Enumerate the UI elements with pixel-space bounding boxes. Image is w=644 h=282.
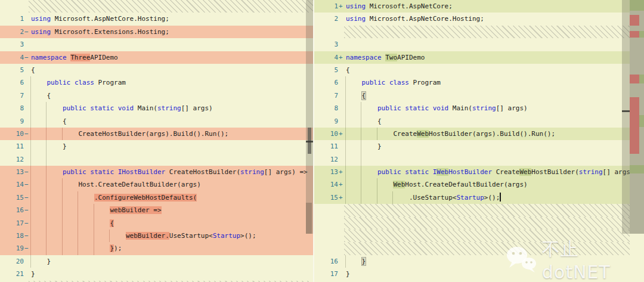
code-line[interactable]: 21} — [0, 268, 313, 280]
code-line[interactable]: 1using Microsoft.AspNetCore.Hosting; — [0, 13, 313, 25]
line-number[interactable]: 6 — [314, 76, 338, 89]
line-number[interactable]: 8 — [314, 102, 338, 114]
code-line[interactable]: 17− { — [0, 217, 313, 230]
diff-left-pane[interactable]: 1using Microsoft.AspNetCore.Hosting;2−us… — [0, 0, 313, 282]
ruler-deletion-marker[interactable] — [630, 31, 639, 38]
code-line[interactable]: 14+ WebHost.CreateDefaultBuilder(args) — [314, 178, 630, 191]
line-number[interactable]: 17 — [314, 268, 338, 280]
right-scrollbar[interactable] — [622, 0, 630, 234]
line-number[interactable]: 9 — [314, 115, 338, 128]
line-number[interactable]: 16 — [314, 255, 338, 268]
line-number[interactable]: 1 — [314, 0, 338, 13]
deleted-line-sign: − — [24, 217, 30, 230]
code-line[interactable]: 4+namespace TwoAPIDemo — [314, 51, 630, 64]
line-number[interactable]: 3 — [0, 38, 24, 51]
line-number[interactable]: 2 — [314, 13, 338, 25]
line-number[interactable]: 18 — [0, 230, 24, 242]
line-number[interactable]: 11 — [314, 140, 338, 153]
line-number[interactable]: 10 — [0, 128, 24, 140]
code-line[interactable]: 18− webBuilder.UseStartup<Startup>(); — [0, 230, 313, 242]
code-line[interactable]: 17} — [314, 268, 630, 280]
line-number[interactable]: 2 — [0, 26, 24, 38]
deleted-line-sign: − — [24, 178, 30, 191]
line-number[interactable]: 13 — [0, 166, 24, 178]
code-line[interactable]: 5{ — [314, 64, 630, 76]
line-number[interactable]: 10 — [314, 128, 338, 140]
line-number[interactable]: 7 — [0, 89, 24, 102]
line-number[interactable]: 4 — [314, 51, 338, 64]
code-line[interactable]: 4−namespace ThreeAPIDemo — [0, 51, 313, 64]
line-number[interactable]: 6 — [0, 76, 24, 89]
code-line[interactable]: 7 { — [314, 89, 630, 102]
line-number[interactable]: 13 — [314, 166, 338, 178]
code-line[interactable]: 2−using Microsoft.Extensions.Hosting; — [0, 26, 313, 38]
code-line[interactable]: 9 { — [0, 115, 313, 128]
line-number[interactable]: 11 — [0, 140, 24, 153]
code-text: public class Program — [346, 76, 441, 89]
line-number[interactable]: 17 — [0, 217, 24, 230]
code-line[interactable]: 11 } — [314, 140, 630, 153]
code-line[interactable]: 20 } — [0, 255, 313, 268]
code-text: { — [31, 115, 67, 128]
ruler-addition-marker[interactable] — [639, 31, 644, 38]
line-number[interactable]: 19 — [0, 242, 24, 255]
line-number[interactable]: 9 — [0, 115, 24, 128]
indent-guide — [361, 153, 361, 166]
code-line[interactable]: 13− public static IHostBuilder CreateHos… — [0, 166, 313, 178]
line-number[interactable]: 15 — [0, 191, 24, 204]
line-number[interactable]: 4 — [0, 51, 24, 64]
code-line[interactable]: 5{ — [0, 64, 313, 76]
diff-right-pane[interactable]: 1+using Microsoft.AspNetCore;2using Micr… — [314, 0, 630, 282]
code-line[interactable]: 10+ CreateWebHostBuilder(args).Build().R… — [314, 128, 630, 140]
code-text: .UseStartup<Startup>(); — [346, 191, 501, 204]
ruler-addition-marker[interactable] — [639, 75, 644, 83]
left-scrollbar[interactable] — [306, 0, 313, 234]
line-number[interactable]: 12 — [314, 153, 338, 166]
code-line[interactable]: 19− }); — [0, 242, 313, 255]
line-number[interactable]: 5 — [314, 64, 338, 76]
line-number[interactable]: 8 — [0, 102, 24, 114]
ruler-addition-marker[interactable] — [630, 0, 644, 11]
code-line[interactable]: 8 public static void Main(string[] args) — [314, 102, 630, 114]
line-number[interactable]: 3 — [314, 38, 338, 51]
line-number[interactable]: 1 — [0, 13, 24, 25]
code-line[interactable]: 1+using Microsoft.AspNetCore; — [314, 0, 630, 13]
code-line[interactable]: 3 — [314, 38, 630, 51]
code-line[interactable]: 9 { — [314, 115, 630, 128]
code-line[interactable]: 2using Microsoft.AspNetCore.Hosting; — [314, 13, 630, 25]
code-line[interactable]: 16− webBuilder => — [0, 204, 313, 216]
code-line[interactable]: 13+ public static IWebHostBuilder Create… — [314, 166, 630, 178]
line-number[interactable]: 20 — [0, 255, 24, 268]
code-line[interactable]: 12 — [0, 153, 313, 166]
code-line[interactable]: 11 } — [0, 140, 313, 153]
line-number[interactable]: 5 — [0, 64, 24, 76]
ruler-deletion-marker[interactable] — [630, 97, 639, 154]
code-text: public static IHostBuilder CreateHostBui… — [31, 166, 308, 178]
line-number[interactable]: 7 — [314, 89, 338, 102]
code-line[interactable]: 15+ .UseStartup<Startup>(); — [314, 191, 630, 204]
code-line[interactable]: 6 public class Program — [0, 76, 313, 89]
code-line[interactable]: 16 } — [314, 255, 630, 268]
code-line[interactable]: 14− Host.CreateDefaultBuilder(args) — [0, 178, 313, 191]
diff-filler-row — [314, 204, 630, 216]
line-number[interactable]: 16 — [0, 204, 24, 216]
ruler-deletion-marker[interactable] — [630, 75, 639, 83]
code-line[interactable]: 7 { — [0, 89, 313, 102]
code-line[interactable]: 3 — [0, 38, 313, 51]
line-number[interactable]: 15 — [314, 191, 338, 204]
code-line[interactable]: 12 — [314, 153, 630, 166]
line-number[interactable]: 21 — [0, 268, 24, 280]
ruler-addition-marker[interactable] — [639, 115, 644, 127]
ruler-deletion-marker[interactable] — [630, 15, 639, 26]
code-text: namespace ThreeAPIDemo — [31, 51, 118, 64]
overview-ruler[interactable] — [630, 0, 644, 234]
line-number[interactable]: 14 — [0, 178, 24, 191]
code-line[interactable]: 8 public static void Main(string[] args) — [0, 102, 313, 114]
code-line[interactable]: 15− .ConfigureWebHostDefaults( — [0, 191, 313, 204]
code-text: { — [346, 64, 350, 76]
line-number[interactable]: 12 — [0, 153, 24, 166]
ruler-addition-marker[interactable] — [630, 165, 644, 173]
code-line[interactable]: 10− CreateHostBuilder(args).Build().Run(… — [0, 128, 313, 140]
code-line[interactable]: 6 public class Program — [314, 76, 630, 89]
line-number[interactable]: 14 — [314, 178, 338, 191]
